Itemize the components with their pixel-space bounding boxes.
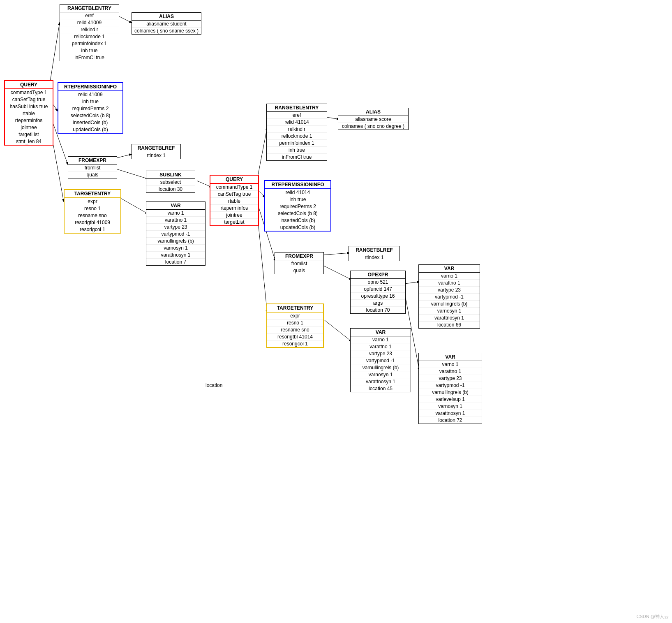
- svg-line-8: [119, 197, 148, 214]
- node-opexpr1: OPEXPR opno 521 opfuncid 147 opresulttyp…: [350, 271, 406, 314]
- node-query1-row0: commandType 1: [5, 89, 53, 96]
- node-sublink1: SUBLINK subselect location 30: [146, 171, 195, 193]
- svg-line-4: [119, 16, 132, 23]
- node-query1: QUERY commandType 1 canSetTag true hasSu…: [4, 80, 53, 146]
- node-rtepermissioninfo1: RTEPERMISSIONINFO relid 41009 inh true r…: [58, 82, 123, 134]
- svg-line-6: [115, 169, 148, 179]
- svg-line-14: [323, 253, 349, 255]
- node-query1-row1: canSetTag true: [5, 96, 53, 103]
- node-query1-title: QUERY: [5, 81, 53, 89]
- node-query1-row2: hasSubLinks true: [5, 103, 53, 110]
- node-targetentry2: TARGETENTRY expr resno 1 resname sno res…: [266, 303, 324, 348]
- location-label-quals: location: [206, 382, 222, 388]
- node-rangetblentry1: RANGETBLENTRY eref relid 41009 relkind r…: [60, 4, 119, 61]
- node-alias1: ALIAS aliasname student colnames ( sno s…: [132, 12, 201, 35]
- svg-line-9: [257, 127, 267, 181]
- node-rangetblentry1-title: RANGETBLENTRY: [60, 5, 119, 12]
- watermark: CSDN @神人云: [637, 614, 669, 620]
- node-query2: QUERY commandType 1 canSetTag true rtabl…: [210, 175, 259, 226]
- node-rangetblentry2: RANGETBLENTRY eref relid 41014 relkind r…: [266, 104, 327, 161]
- svg-line-5: [115, 154, 132, 158]
- node-var1: VAR varno 1 varattno 1 vartype 23 vartyp…: [146, 201, 206, 266]
- node-alias2: ALIAS aliasname score colnames ( sno cno…: [338, 108, 409, 130]
- node-var3: VAR varno 1 varattno 1 vartype 23 vartyp…: [418, 264, 480, 329]
- node-rangetblref2: RANGETBLREF rtindex 1: [349, 246, 400, 261]
- svg-line-18: [323, 319, 351, 341]
- node-rangetblref1: RANGETBLREF rtindex 1: [132, 144, 181, 159]
- node-query1-row5: jointree: [5, 124, 53, 131]
- node-var4: VAR varno 1 varattno 1 vartype 23 vartyp…: [418, 353, 482, 424]
- svg-line-0: [49, 23, 60, 86]
- node-query1-row3: rtable: [5, 110, 53, 117]
- node-fromexpr1: FROMEXPR fromlist quals: [68, 156, 117, 178]
- node-query1-row7: stmt_len 84: [5, 138, 53, 145]
- node-query1-row4: rteperminfos: [5, 117, 53, 124]
- svg-line-16: [405, 282, 419, 284]
- node-targetentry1: TARGETENTRY expr resno 1 resname sno res…: [64, 189, 121, 234]
- node-query1-row6: targetList: [5, 131, 53, 138]
- node-var2: VAR varno 1 varattno 1 vartype 23 vartyp…: [350, 328, 411, 392]
- svg-line-15: [323, 265, 351, 280]
- svg-line-13: [327, 117, 339, 119]
- diagram-container: QUERY commandType 1 canSetTag true hasSu…: [0, 0, 672, 623]
- node-rtepermissioninfo2: RTEPERMISSIONINFO relid 41014 inh true r…: [264, 180, 331, 232]
- node-fromexpr2: FROMEXPR fromlist quals: [275, 252, 324, 274]
